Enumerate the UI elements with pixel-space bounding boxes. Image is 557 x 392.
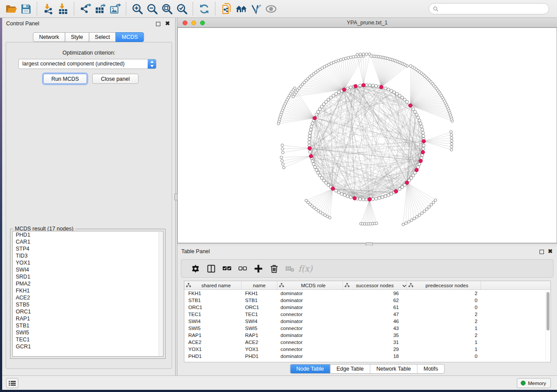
column-header-predecessor-nodes[interactable]: predecessor nodes (407, 281, 481, 289)
column-layout-icon[interactable] (203, 262, 219, 275)
mcds-result-item[interactable]: PMA2 (13, 280, 163, 287)
main-toolbar (0, 0, 557, 18)
sort-desc-icon (400, 283, 405, 288)
mcds-result-item[interactable]: TEC1 (13, 336, 163, 343)
mcds-result-item[interactable]: SWI4 (13, 266, 163, 273)
mcds-result-item[interactable]: ACE2 (13, 294, 163, 301)
tab-mcds[interactable]: MCDS (116, 32, 144, 42)
mcds-result-item[interactable]: PHD1 (13, 231, 163, 238)
table-row[interactable]: SWI5SWI5connector431 (184, 325, 550, 332)
run-mcds-button[interactable]: Run MCDS (43, 74, 87, 84)
zoom-in-icon[interactable] (130, 1, 145, 16)
tab-node-table[interactable]: Node Table (290, 364, 330, 373)
column-header-name[interactable]: name (242, 281, 277, 289)
mcds-result-item[interactable]: FKH1 (13, 287, 163, 294)
share-document-icon[interactable] (219, 1, 234, 16)
table-row[interactable]: ACE2ACE2connector311 (184, 339, 550, 346)
table-row[interactable]: ORC1ORC1dominator610 (184, 304, 550, 311)
mcds-result-list[interactable]: PHD1CAR1STP4TID3YOX1SWI4SRD1PMA2FKH1ACE2… (12, 231, 163, 357)
tab-network[interactable]: Network (33, 32, 65, 42)
network-canvas[interactable] (177, 28, 557, 243)
memory-button[interactable]: Memory (517, 378, 551, 388)
column-header-shared-name[interactable]: shared name (184, 281, 242, 289)
cell-name: SWI5 (242, 325, 277, 332)
cell-MCDS-role: connector (277, 325, 343, 332)
cell-predecessor-nodes: 2 (407, 290, 481, 297)
export-image-icon[interactable] (107, 1, 122, 16)
delete-table-icon (282, 262, 298, 275)
tab-edge-table[interactable]: Edge Table (330, 364, 370, 373)
save-session-icon[interactable] (18, 1, 33, 16)
tab-style[interactable]: Style (65, 32, 89, 42)
table-row[interactable]: PHD1PHD1dominator180 (184, 353, 550, 360)
cell-successor-nodes: 62 (343, 297, 407, 304)
mcds-result-item[interactable]: SRD1 (13, 273, 163, 280)
mcds-result-item[interactable]: GCR1 (13, 343, 163, 350)
refresh-icon[interactable] (197, 1, 211, 16)
import-table-icon[interactable] (55, 1, 70, 16)
close-table-panel-icon[interactable]: ✖ (548, 248, 553, 254)
export-network-icon[interactable] (78, 1, 93, 16)
cell-successor-nodes: 18 (343, 353, 407, 360)
select-all-columns-icon[interactable] (219, 262, 235, 275)
float-table-panel-icon[interactable] (540, 250, 544, 254)
export-table-icon[interactable] (93, 1, 107, 16)
column-header-MCDS-role[interactable]: MCDS role (277, 281, 343, 289)
mcds-result-item[interactable]: TID3 (13, 252, 163, 259)
cell-predecessor-nodes: 2 (407, 318, 481, 325)
zoom-out-icon[interactable] (145, 1, 159, 16)
unselect-all-columns-icon[interactable] (235, 262, 250, 275)
table-row[interactable]: FKH1FKH1dominator962 (184, 290, 550, 297)
control-panel: Control Panel ✖ NetworkStyleSelectMCDS O… (2, 18, 175, 375)
mcds-list-scrollbar[interactable] (159, 232, 163, 356)
mcds-result-item[interactable]: SWI5 (13, 329, 163, 336)
pen-slash-icon[interactable] (249, 1, 263, 16)
float-panel-icon[interactable] (156, 22, 160, 26)
tab-select[interactable]: Select (89, 32, 116, 42)
control-panel-titlebar: Control Panel ✖ (2, 18, 175, 29)
criterion-select[interactable]: largest connected component (undirected) (18, 59, 156, 69)
mcds-result-item[interactable]: STP4 (13, 245, 163, 252)
open-file-icon[interactable] (3, 1, 18, 16)
table-scrollbar[interactable] (545, 291, 550, 360)
cell-name: TEC1 (242, 311, 277, 318)
cell-shared-name: ACE2 (184, 339, 242, 346)
double-house-icon[interactable] (234, 1, 249, 16)
cell-MCDS-role: dominator (277, 290, 343, 297)
mcds-result-item[interactable]: YOX1 (13, 259, 163, 266)
search-box[interactable] (429, 3, 549, 14)
tab-motifs[interactable]: Motifs (417, 364, 444, 373)
table-row[interactable]: TEC1TEC1connector472 (184, 311, 550, 318)
function-builder-icon: f(x) (298, 262, 313, 275)
delete-icon[interactable] (266, 262, 282, 275)
hierarchy-icon (184, 283, 191, 288)
table-row[interactable]: YOX1YOX1connector291 (184, 346, 550, 353)
automation-panel-button[interactable] (6, 378, 18, 388)
table-scrollbar-thumb[interactable] (547, 292, 550, 330)
table-row[interactable]: RAP1RAP1dominator352 (184, 332, 550, 339)
mcds-result-item[interactable]: STB5 (13, 301, 163, 308)
import-network-icon[interactable] (41, 1, 55, 16)
column-header-filler (481, 281, 550, 289)
add-icon[interactable] (250, 262, 266, 275)
mcds-result-item[interactable]: CAR1 (13, 238, 163, 245)
search-input[interactable] (439, 4, 549, 13)
mcds-result-item[interactable]: RAP1 (13, 315, 163, 322)
zoom-selected-icon[interactable] (174, 1, 189, 16)
settings-gear-icon[interactable] (187, 262, 203, 275)
close-panel-button[interactable]: Close panel (92, 74, 138, 84)
eye-icon[interactable] (263, 1, 278, 16)
table-row[interactable]: SWI4SWI4dominator462 (184, 318, 550, 325)
mcds-result-item[interactable]: ORC1 (13, 308, 163, 315)
table-row[interactable]: STB1STB1dominator620 (184, 297, 550, 304)
cell-successor-nodes: 29 (343, 346, 407, 353)
mcds-result-item[interactable]: STB1 (13, 322, 163, 329)
column-header-successor-nodes[interactable]: successor nodes (343, 281, 407, 289)
tab-network-table[interactable]: Network Table (370, 364, 417, 373)
zoom-fit-icon[interactable] (159, 1, 174, 16)
toolbar-separator (37, 2, 37, 15)
select-stepper-icon[interactable] (148, 59, 156, 69)
cell-predecessor-nodes: 0 (407, 353, 481, 360)
close-panel-icon[interactable]: ✖ (165, 20, 170, 27)
network-window-titlebar[interactable]: YPA_prune.txt_1 (177, 18, 557, 28)
